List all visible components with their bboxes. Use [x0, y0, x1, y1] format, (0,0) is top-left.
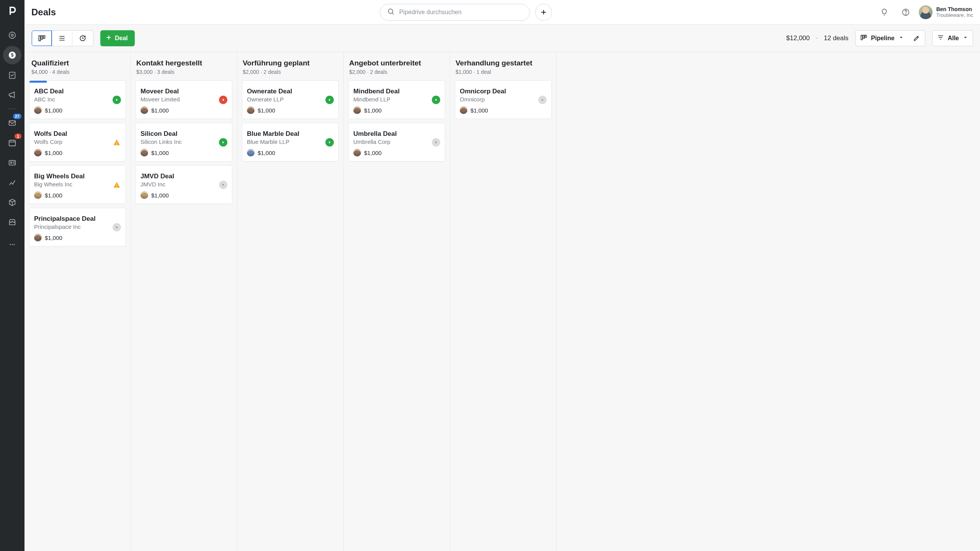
deal-card[interactable]: ABC DealABC Inc$1,000	[29, 80, 126, 119]
deal-card[interactable]: Mindbend DealMindbend LLP$1,000	[348, 80, 445, 119]
svg-point-11	[14, 244, 15, 245]
view-list[interactable]	[52, 31, 72, 46]
deal-amount: $1,000	[45, 107, 62, 114]
status-gray-icon[interactable]	[432, 138, 440, 147]
column-title: Kontakt hergestellt	[136, 59, 232, 67]
deal-amount: $1,000	[151, 192, 169, 199]
filter-selector[interactable]: Alle	[932, 30, 973, 46]
status-gray-icon[interactable]	[219, 181, 227, 189]
pipeline-board[interactable]: Qualifiziert$4,000 · 4 dealsABC DealABC …	[24, 52, 980, 551]
nav-leads[interactable]	[3, 26, 21, 44]
deal-card[interactable]: Big Wheels DealBig Wheels Inc$1,000	[29, 165, 126, 204]
svg-rect-6	[9, 140, 16, 146]
deal-amount: $1,000	[45, 235, 62, 241]
search-input[interactable]	[399, 9, 523, 16]
add-deal-label: Deal	[115, 35, 128, 42]
column-header: Angebot unterbreitet$2,000 · 2 deals	[348, 57, 445, 77]
owner-avatar	[353, 106, 361, 114]
nav-more[interactable]	[3, 235, 21, 254]
pipeline-column[interactable]: Qualifiziert$4,000 · 4 dealsABC DealABC …	[24, 52, 131, 551]
deal-amount: $1,000	[258, 150, 275, 156]
deal-card[interactable]: Omnicorp DealOmnicorp$1,000	[455, 80, 552, 119]
nav-products[interactable]	[3, 193, 21, 212]
assistant-icon[interactable]	[876, 4, 893, 21]
owner-avatar	[247, 149, 255, 156]
nav-contacts[interactable]	[3, 153, 21, 172]
status-warn-icon[interactable]	[113, 181, 121, 189]
status-red-icon[interactable]	[219, 96, 227, 104]
nav-deals[interactable]: $	[3, 46, 21, 64]
column-title: Angebot unterbreitet	[349, 59, 444, 67]
search-box[interactable]	[380, 4, 530, 21]
pipeline-column[interactable]: Kontakt hergestellt$3,000 · 3 dealsMovee…	[131, 52, 237, 551]
add-deal-button[interactable]: Deal	[100, 30, 135, 46]
svg-rect-16	[41, 36, 42, 39]
deal-amount: $1,000	[364, 107, 382, 114]
pipeline-selector[interactable]: Pipeline	[855, 30, 908, 46]
view-pipeline[interactable]	[31, 30, 52, 46]
svg-point-10	[12, 244, 13, 245]
deal-card[interactable]: Principalspace DealPrincipalspace Inc$1,…	[29, 208, 126, 246]
deal-title: Umbrella Deal	[353, 130, 440, 138]
view-toggle	[31, 30, 93, 46]
status-green-icon[interactable]	[113, 96, 121, 104]
nav-campaigns[interactable]	[3, 86, 21, 104]
pipeline-column[interactable]: Verhandlung gestartet$1,000 · 1 dealOmni…	[450, 52, 557, 551]
deal-title: JMVD Deal	[140, 173, 227, 180]
status-green-icon[interactable]	[432, 96, 440, 104]
user-menu[interactable]: Ben Thomson Troubleware, Inc	[919, 5, 973, 19]
nav-activities[interactable]	[3, 66, 21, 84]
edit-pipeline-button[interactable]	[908, 30, 925, 46]
sidebar: $ 27 1	[0, 0, 24, 551]
owner-avatar	[140, 191, 148, 199]
svg-rect-21	[865, 35, 867, 37]
deal-company: Blue Marble LLP	[247, 139, 334, 145]
deal-card[interactable]: Silicon DealSilicon Links Inc$1,000	[136, 123, 232, 161]
svg-point-8	[10, 162, 12, 163]
owner-avatar	[34, 191, 42, 199]
help-icon[interactable]	[897, 4, 914, 21]
deal-amount: $1,000	[45, 150, 62, 156]
nav-insights[interactable]	[3, 173, 21, 192]
status-gray-icon[interactable]	[538, 96, 547, 104]
deal-card[interactable]: Wolfs DealWolfs Corp$1,000	[29, 123, 126, 161]
deal-card[interactable]: JMVD DealJMVD Inc$1,000	[136, 165, 232, 204]
owner-avatar	[460, 106, 467, 114]
summary-count: 12 deals	[824, 34, 848, 42]
deal-company: Ownerate LLP	[247, 96, 334, 103]
deal-title: Mindbend Deal	[353, 88, 440, 95]
deal-card[interactable]: Moveer DealMoveer Limited$1,000	[136, 80, 232, 119]
view-forecast[interactable]	[72, 31, 93, 46]
status-gray-icon[interactable]	[113, 223, 121, 231]
deal-title: Wolfs Deal	[34, 130, 121, 138]
user-avatar	[919, 5, 933, 19]
deal-amount: $1,000	[151, 107, 169, 114]
deal-card[interactable]: Umbrella DealUmbrella Corp$1,000	[348, 123, 445, 161]
nav-mail[interactable]: 27	[3, 114, 21, 132]
deal-company: Mindbend LLP	[353, 96, 440, 103]
deal-company: JMVD Inc	[140, 181, 227, 187]
column-subtitle: $1,000 · 1 deal	[456, 69, 551, 75]
column-header: Kontakt hergestellt$3,000 · 3 deals	[136, 57, 232, 77]
status-green-icon[interactable]	[325, 96, 334, 104]
chevron-down-icon	[898, 35, 904, 42]
nav-calendar[interactable]: 1	[3, 134, 21, 152]
deal-card[interactable]: Blue Marble DealBlue Marble LLP$1,000	[242, 123, 339, 161]
deal-amount: $1,000	[364, 150, 382, 156]
pipeline-column[interactable]: Angebot unterbreitet$2,000 · 2 dealsMind…	[344, 52, 450, 551]
status-green-icon[interactable]	[325, 138, 334, 147]
status-warn-icon[interactable]	[113, 138, 121, 147]
user-company: Troubleware, Inc	[936, 12, 973, 18]
summary-amount: $12,000	[786, 34, 810, 42]
deal-title: Silicon Deal	[140, 130, 227, 138]
user-name: Ben Thomson	[936, 6, 973, 12]
deal-title: ABC Deal	[34, 88, 121, 95]
status-green-icon[interactable]	[219, 138, 227, 147]
nav-marketplace[interactable]	[3, 213, 21, 231]
deal-card[interactable]: Ownerate DealOwnerate LLP$1,000	[242, 80, 339, 119]
app-logo[interactable]	[7, 5, 18, 18]
pipeline-column[interactable]: Vorführung geplant$2,000 · 2 dealsOwnera…	[237, 52, 344, 551]
quick-add-button[interactable]	[535, 4, 552, 21]
deal-title: Ownerate Deal	[247, 88, 334, 95]
owner-avatar	[353, 149, 361, 156]
